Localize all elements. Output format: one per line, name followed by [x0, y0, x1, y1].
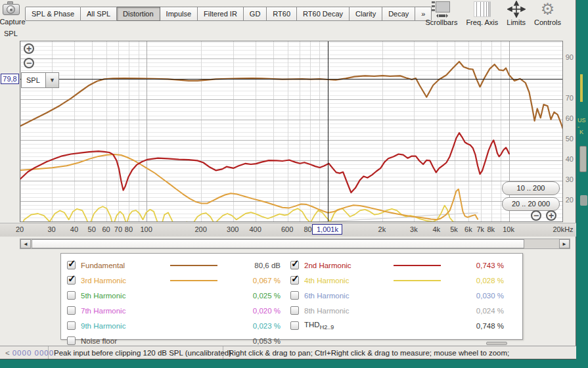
tab-clarity[interactable]: Clarity: [350, 7, 382, 21]
legend-value-9th-harmonic: 0,023 %: [228, 322, 281, 330]
legend-row-9th-harmonic: 9th Harmonic0,023 %: [64, 318, 281, 333]
tab-gd[interactable]: GD: [244, 7, 267, 21]
legend-checkbox-9th-harmonic[interactable]: [67, 321, 76, 330]
limits-icon: [507, 1, 526, 18]
background-accent-bar: [580, 74, 583, 102]
legend-row-thd: THDH2..90,748 %: [287, 318, 504, 333]
legend-value-8th-harmonic: 0,024 %: [451, 307, 504, 315]
legend-label-7th-harmonic: 7th Harmonic: [81, 307, 160, 315]
legend-row-5th-harmonic: 5th Harmonic0,025 %: [64, 288, 281, 303]
legend-row-6th-harmonic: 6th Harmonic0,030 %: [287, 288, 504, 303]
legend-checkbox-thd[interactable]: [290, 321, 299, 330]
freq-axis-icon: [474, 1, 491, 17]
legend-value-noise-floor: 0,053 %: [228, 337, 281, 345]
background-text-fragment: US -: [577, 117, 588, 130]
legend-label-9th-harmonic: 9th Harmonic: [81, 322, 160, 330]
trace-selector-dropdown[interactable]: SPL ▼: [21, 72, 59, 88]
x-tick-20: 20: [5, 225, 34, 233]
x-tick-2k: 2k: [367, 225, 396, 233]
legend-checkbox-3rd-harmonic[interactable]: [67, 276, 76, 285]
background-text-fragment: K: [579, 129, 583, 135]
legend-checkbox-4th-harmonic[interactable]: [290, 276, 299, 285]
plot-canvas: [20, 41, 562, 221]
legend-swatch-fundamental: [170, 265, 217, 266]
range-20-20000-button[interactable]: 20 .. 20 000: [502, 197, 560, 211]
legend-value-thd: 0,748 %: [451, 322, 504, 330]
freq-axis-button[interactable]: Freq. Axis: [466, 1, 498, 26]
controls-button[interactable]: ⚙ Controls: [534, 1, 561, 26]
legend-row-7th-harmonic: 7th Harmonic0,020 %: [64, 303, 281, 318]
legend-checkbox-7th-harmonic[interactable]: [67, 306, 76, 315]
background-window-strip: US - K: [577, 0, 588, 368]
legend-checkbox-5th-harmonic[interactable]: [67, 291, 76, 300]
legend-label-8th-harmonic: 8th Harmonic: [304, 307, 383, 315]
scrollbar-thumb[interactable]: [32, 239, 524, 248]
y-axis-title: SPL: [4, 30, 18, 37]
mouse-hint-status: Right click & drag to pan; Ctrl+Right cl…: [223, 346, 514, 359]
scroll-left-arrow[interactable]: ◄: [20, 239, 31, 248]
scrollbars-button[interactable]: Scrollbars: [425, 1, 457, 26]
legend-value-fundamental: 80,6 dB: [228, 262, 281, 269]
scroll-right-arrow[interactable]: ►: [559, 239, 570, 248]
x-tick-10k: 10k: [494, 225, 523, 233]
graph-h-scrollbar[interactable]: ◄ ►: [20, 239, 570, 249]
legend-checkbox-8th-harmonic[interactable]: [290, 306, 299, 315]
legend-row-8th-harmonic: 8th Harmonic0,024 %: [287, 303, 504, 318]
meter-chevron-icon: <: [5, 349, 10, 357]
distortion-plot[interactable]: [20, 41, 563, 222]
legend-checkbox-fundamental[interactable]: [67, 261, 76, 269]
legend-value-7th-harmonic: 0,020 %: [228, 307, 281, 315]
scrollbars-label: Scrollbars: [425, 18, 457, 26]
x-zoom-out-button[interactable]: −: [531, 210, 541, 221]
legend-label-3rd-harmonic: 3rd Harmonic: [81, 277, 160, 285]
legend-label-6th-harmonic: 6th Harmonic: [304, 292, 383, 300]
limits-button[interactable]: Limits: [507, 1, 526, 26]
freq-axis-label: Freq. Axis: [466, 18, 498, 26]
panel-resize-handle[interactable]: [486, 342, 507, 345]
legend-panel: Fundamental80,6 dB3rd Harmonic0,067 %5th…: [60, 253, 523, 340]
input-level-meter: < 0000 0000: [0, 346, 49, 359]
tab-filtered-ir[interactable]: Filtered IR: [198, 7, 244, 21]
legend-label-5th-harmonic: 5th Harmonic: [81, 292, 160, 300]
controls-label: Controls: [534, 18, 561, 26]
legend-label-fundamental: Fundamental: [81, 262, 160, 269]
background-scrollbar-fragment: [580, 195, 587, 206]
legend-swatch-2nd-harmonic: [394, 265, 441, 266]
legend-value-4th-harmonic: 0,028 %: [451, 277, 504, 285]
x-axis-strip: 203040506070801002003004006008002k3k4k5k…: [0, 223, 576, 237]
zoom-in-button[interactable]: +: [24, 43, 34, 54]
legend-label-4th-harmonic: 4th Harmonic: [304, 277, 383, 285]
tab-rt60-decay[interactable]: RT60 Decay: [297, 7, 350, 21]
range-10-200-button[interactable]: 10 .. 200: [502, 181, 560, 195]
tab-spl-phase[interactable]: SPL & Phase: [25, 7, 81, 21]
chevron-down-icon[interactable]: ▼: [45, 73, 58, 87]
rew-window: Capture SPL SPL & PhaseAll SPLDistortion…: [0, 0, 576, 359]
x-tick-400: 400: [241, 225, 270, 233]
legend-value-6th-harmonic: 0,030 %: [451, 292, 504, 300]
tab-distortion[interactable]: Distortion: [117, 7, 160, 21]
tab-impulse[interactable]: Impulse: [160, 7, 198, 21]
x-tick-100: 100: [132, 225, 161, 233]
tab-all-spl[interactable]: All SPL: [81, 7, 117, 21]
legend-checkbox-noise-floor[interactable]: [67, 336, 76, 345]
legend-swatch-3rd-harmonic: [170, 280, 217, 281]
legend-right-column: 2nd Harmonic0,743 %4th Harmonic0,028 %6t…: [287, 258, 504, 333]
legend-value-2nd-harmonic: 0,743 %: [451, 262, 504, 269]
legend-label-thd: THDH2..9: [304, 321, 383, 331]
legend-left-column: Fundamental80,6 dB3rd Harmonic0,067 %5th…: [64, 258, 281, 348]
controls-gear-icon: ⚙: [541, 1, 555, 17]
trace-2nd-harmonic: [20, 133, 509, 193]
zoom-out-button[interactable]: −: [24, 58, 34, 68]
scrollbars-icon: [432, 1, 451, 17]
tab-rt60[interactable]: RT60: [267, 7, 297, 21]
tab-decay[interactable]: Decay: [382, 7, 415, 21]
x-zoom-in-button[interactable]: +: [546, 210, 556, 221]
freq-cursor-readout: 1,001k: [312, 224, 342, 235]
toolbar: Scrollbars Freq. Axis Limits ⚙ Contro: [425, 1, 561, 26]
capture-button[interactable]: Capture: [1, 0, 23, 26]
legend-checkbox-6th-harmonic[interactable]: [290, 291, 299, 300]
legend-checkbox-2nd-harmonic[interactable]: [290, 261, 299, 269]
peak-input-status: Peak input before clipping 120 dB SPL (u…: [49, 346, 223, 359]
legend-label-2nd-harmonic: 2nd Harmonic: [304, 262, 383, 269]
meter-digits: 0000 0000: [12, 349, 54, 357]
